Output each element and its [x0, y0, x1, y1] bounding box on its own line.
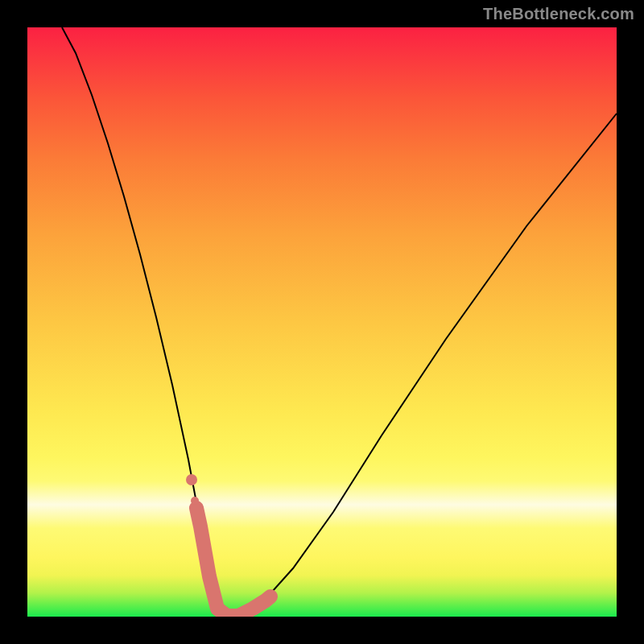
highlight-band [196, 508, 270, 616]
bottleneck-curve [62, 27, 617, 614]
chart-frame [27, 27, 617, 617]
highlight-dot-upper [186, 474, 197, 485]
chart-svg [27, 27, 617, 617]
watermark-text: TheBottleneck.com [483, 5, 634, 23]
highlight-dot-lower [191, 497, 199, 505]
